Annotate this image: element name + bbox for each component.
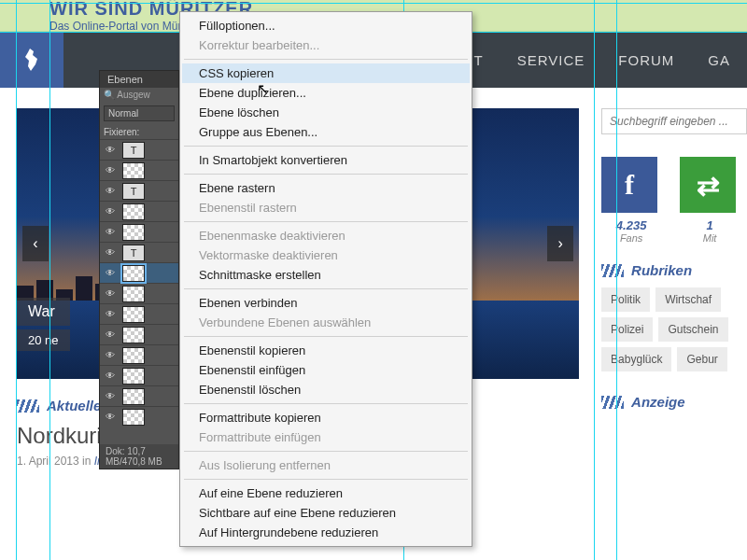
menu-item[interactable]: Ebenen verbinden bbox=[182, 293, 470, 313]
layer-row[interactable]: 👁 bbox=[100, 324, 178, 344]
nav-item[interactable]: GA bbox=[691, 52, 747, 68]
slider-caption-title: War bbox=[17, 298, 70, 326]
layer-thumb[interactable] bbox=[122, 388, 145, 405]
layer-thumb[interactable]: T bbox=[122, 142, 145, 159]
social-other[interactable]: ⇄ 1 Mit bbox=[680, 157, 740, 244]
menu-item: Verbundene Ebenen auswählen bbox=[182, 313, 470, 332]
menu-item: Ebenenmaske deaktivieren bbox=[182, 226, 470, 245]
layer-row[interactable]: 👁 bbox=[100, 344, 178, 365]
visibility-icon[interactable]: 👁 bbox=[100, 391, 120, 401]
tag-button[interactable]: Politik bbox=[601, 287, 650, 312]
menu-item: Vektormaske deaktivieren bbox=[182, 245, 470, 265]
menu-item: Aus Isolierung entfernen bbox=[182, 455, 470, 475]
slider-next[interactable]: › bbox=[547, 226, 573, 261]
layer-row[interactable]: 👁 bbox=[100, 365, 178, 385]
layer-row[interactable]: 👁 bbox=[100, 385, 178, 406]
menu-item[interactable]: CSS kopieren bbox=[182, 63, 470, 83]
layers-panel[interactable]: Ebenen 🔍 Ausgew Normal Fixieren: 👁T👁👁T👁👁… bbox=[99, 70, 179, 469]
share-icon: ⇄ bbox=[680, 157, 736, 213]
layer-thumb[interactable] bbox=[122, 265, 145, 282]
menu-item[interactable]: Fülloptionen... bbox=[182, 16, 470, 35]
layer-row[interactable]: 👁T bbox=[100, 180, 178, 201]
layer-thumb[interactable] bbox=[122, 286, 145, 302]
nav-item[interactable]: FORUM bbox=[601, 52, 691, 68]
visibility-icon[interactable]: 👁 bbox=[100, 350, 120, 360]
menu-item[interactable]: Gruppe aus Ebenen... bbox=[182, 122, 470, 142]
visibility-icon[interactable]: 👁 bbox=[100, 288, 120, 299]
tag-button[interactable]: Wirtschaf bbox=[655, 287, 721, 312]
layer-thumb[interactable] bbox=[122, 203, 145, 220]
menu-item[interactable]: Ebenenstil kopieren bbox=[182, 341, 470, 360]
visibility-icon[interactable]: 👁 bbox=[100, 309, 120, 319]
layer-row[interactable]: 👁 bbox=[100, 201, 178, 221]
visibility-icon[interactable]: 👁 bbox=[100, 206, 120, 217]
hatch-icon bbox=[17, 399, 39, 413]
layer-row[interactable]: 👁 bbox=[100, 406, 178, 427]
layer-thumb[interactable] bbox=[122, 224, 145, 241]
layer-thumb[interactable]: T bbox=[122, 245, 145, 261]
menu-item[interactable]: Formattribute kopieren bbox=[182, 408, 470, 427]
menu-item[interactable]: Auf Hintergrundebene reduzieren bbox=[182, 523, 470, 542]
tag-button[interactable]: Gebur bbox=[677, 347, 726, 371]
social-facebook[interactable]: f 4.235 Fans bbox=[601, 157, 661, 244]
tag-button[interactable]: Polizei bbox=[601, 317, 653, 342]
layer-row[interactable]: 👁 bbox=[100, 262, 178, 283]
menu-item[interactable]: Ebene löschen bbox=[182, 103, 470, 122]
menu-item: Korrektur bearbeiten... bbox=[182, 35, 470, 55]
slider-prev[interactable]: ‹ bbox=[22, 226, 49, 261]
layer-row[interactable]: 👁 bbox=[100, 221, 178, 242]
menu-item[interactable]: Ebene rastern bbox=[182, 178, 470, 198]
visibility-icon[interactable]: 👁 bbox=[100, 227, 120, 237]
visibility-icon[interactable]: 👁 bbox=[100, 268, 120, 278]
visibility-icon[interactable]: 👁 bbox=[100, 186, 120, 196]
hatch-icon bbox=[601, 264, 624, 277]
layer-thumb[interactable] bbox=[122, 368, 145, 385]
layer-thumb[interactable] bbox=[122, 409, 145, 426]
visibility-icon[interactable]: 👁 bbox=[100, 247, 120, 258]
layer-row[interactable]: 👁 bbox=[100, 160, 178, 180]
menu-item[interactable]: Ebene duplizieren... bbox=[182, 83, 470, 103]
layer-row[interactable]: 👁 bbox=[100, 283, 178, 303]
visibility-icon[interactable]: 👁 bbox=[100, 165, 120, 175]
layer-row[interactable]: 👁T bbox=[100, 139, 178, 160]
lock-label: Fixieren: bbox=[100, 125, 178, 139]
layer-row[interactable]: 👁T bbox=[100, 242, 178, 262]
menu-item[interactable]: In Smartobjekt konvertieren bbox=[182, 150, 470, 170]
layer-thumb[interactable] bbox=[122, 306, 145, 323]
menu-item[interactable]: Ebenenstil einfügen bbox=[182, 360, 470, 380]
visibility-icon[interactable]: 👁 bbox=[100, 371, 120, 381]
menu-item[interactable]: Sichtbare auf eine Ebene reduzieren bbox=[182, 503, 470, 523]
search-input[interactable] bbox=[601, 108, 747, 134]
layer-thumb[interactable]: T bbox=[122, 183, 145, 200]
nav-item[interactable]: SERVICE bbox=[500, 52, 602, 68]
tag-button[interactable]: Gutschein bbox=[658, 317, 727, 342]
layer-row[interactable]: 👁 bbox=[100, 303, 178, 324]
visibility-icon[interactable]: 👁 bbox=[100, 329, 120, 340]
facebook-icon: f bbox=[601, 157, 657, 213]
menu-item[interactable]: Auf eine Ebene reduzieren bbox=[182, 483, 470, 503]
menu-item: Formattribute einfügen bbox=[182, 427, 470, 447]
menu-item[interactable]: Schnittmaske erstellen bbox=[182, 265, 470, 285]
layer-thumb[interactable] bbox=[122, 347, 145, 364]
brand-logo[interactable] bbox=[0, 32, 63, 88]
layer-thumb[interactable] bbox=[122, 162, 145, 179]
tag-button[interactable]: Babyglück bbox=[601, 347, 671, 371]
section-anzeige: Anzeige bbox=[601, 394, 747, 410]
hatch-icon bbox=[601, 396, 624, 409]
slider-caption-sub: 20 ne bbox=[17, 329, 70, 351]
layer-thumb[interactable] bbox=[122, 327, 145, 343]
doc-status: Dok: 10,7 MB/470,8 MB bbox=[100, 444, 178, 469]
section-rubriken: Rubriken bbox=[601, 262, 747, 278]
visibility-icon[interactable]: 👁 bbox=[100, 145, 120, 155]
layer-context-menu[interactable]: Fülloptionen...Korrektur bearbeiten...CS… bbox=[179, 11, 472, 547]
menu-item: Ebenenstil rastern bbox=[182, 198, 470, 217]
blend-mode[interactable]: Normal bbox=[104, 105, 175, 121]
layers-tab[interactable]: Ebenen bbox=[100, 71, 178, 88]
menu-item[interactable]: Ebenenstil löschen bbox=[182, 380, 470, 399]
visibility-icon[interactable]: 👁 bbox=[100, 412, 120, 422]
